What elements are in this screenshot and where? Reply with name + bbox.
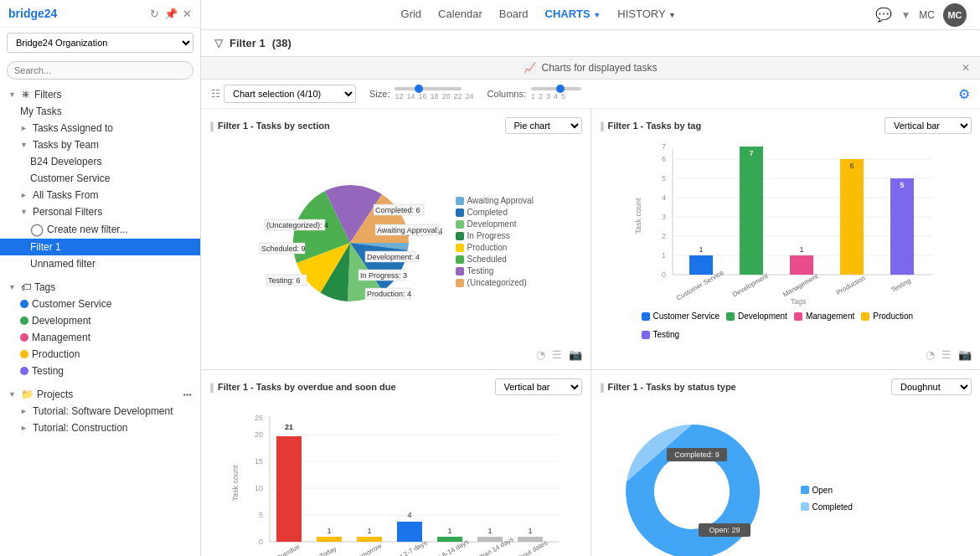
chart3-header: ‖ Filter 1 - Tasks by overdue and soon d…	[209, 378, 582, 395]
tasks-assigned-to-label: Tasks Assigned to	[33, 122, 192, 134]
projects-section: ▼ 📁 Projects ••• ► Tutorial: Software De…	[0, 383, 200, 440]
project-software-label: Tutorial: Software Development	[33, 405, 192, 417]
close-icon[interactable]: ✕	[183, 8, 192, 20]
chat-icon[interactable]: 💬	[875, 7, 892, 23]
chart3-drag-icon: ‖	[209, 382, 214, 393]
customer-service-label: Customer Service	[30, 172, 192, 184]
svg-text:15: 15	[255, 457, 263, 466]
size-slider[interactable]	[395, 87, 462, 90]
personal-filters-item[interactable]: ▼ Personal Filters	[0, 203, 200, 220]
svg-text:1: 1	[448, 527, 452, 535]
tag-production[interactable]: Production	[0, 346, 200, 363]
avatar: MC	[943, 3, 967, 27]
my-tasks-item[interactable]: My Tasks	[0, 103, 200, 120]
caret-down-icon2: ▼	[20, 208, 28, 216]
svg-text:Production: 4: Production: 4	[367, 290, 411, 298]
svg-text:Task count: Task count	[231, 464, 240, 501]
svg-text:Completed: 6: Completed: 6	[375, 206, 420, 214]
unnamed-filter-item[interactable]: Unnamed filter	[0, 255, 200, 272]
col-slider[interactable]	[531, 87, 581, 90]
caret-right-icon: ►	[20, 124, 28, 132]
chart2-icon1[interactable]: ◔	[926, 348, 935, 361]
svg-text:20: 20	[255, 430, 263, 439]
chart-grid-icon: ☷	[211, 88, 220, 100]
chart4-body: Completed: 9 Open: 29 Open Completed	[600, 402, 972, 556]
tag-dot-dev	[20, 317, 28, 325]
chart1-icon1[interactable]: ◔	[536, 348, 545, 361]
sidebar-header-icons: ↻ 📌 ✕	[150, 8, 192, 20]
chart2-drag-icon: ‖	[600, 121, 605, 131]
size-label: Size:	[369, 89, 389, 99]
col-ticks: 12345	[531, 92, 581, 100]
filters-toggle[interactable]: ▼ ⛯ Filters	[0, 86, 200, 103]
svg-rect-44	[840, 159, 864, 275]
svg-text:1: 1	[699, 245, 703, 254]
svg-text:21: 21	[285, 423, 293, 431]
all-tasks-from-label: All Tasks From	[33, 189, 192, 201]
chart2-type-select[interactable]: Vertical bar	[885, 117, 972, 134]
charts-close-button[interactable]: ✕	[962, 62, 970, 74]
chart4-legend: Open Completed	[801, 486, 853, 514]
customer-service-item[interactable]: Customer Service	[0, 170, 200, 187]
pin-icon[interactable]: 📌	[164, 8, 178, 20]
tab-charts[interactable]: CHARTS ▼	[542, 1, 605, 28]
project-construction[interactable]: ► Tutorial: Construction	[0, 420, 200, 436]
size-control: Size: 12141618202224	[369, 87, 474, 100]
settings-icon[interactable]: ⚙	[958, 86, 970, 102]
search-input[interactable]	[7, 61, 193, 80]
top-nav: Grid Calendar Board CHARTS ▼ HISTORY ▼ 💬…	[201, 0, 980, 30]
chart1-type-select[interactable]: Pie chart	[505, 117, 582, 134]
chart2-icon2[interactable]: ☰	[941, 348, 952, 361]
tag-mgmt-label: Management	[32, 332, 192, 343]
chart-selection-select[interactable]: Chart selection (4/10)	[224, 85, 356, 103]
user-initials: MC	[919, 9, 935, 21]
tags-toggle[interactable]: ▼ 🏷 Tags	[0, 279, 200, 296]
svg-text:1: 1	[328, 527, 332, 535]
tag-development[interactable]: Development	[0, 312, 200, 329]
filter1-item[interactable]: Filter 1	[0, 239, 200, 255]
chart-panel-3: ‖ Filter 1 - Tasks by overdue and soon d…	[201, 370, 591, 556]
chart1-icon2[interactable]: ☰	[552, 348, 562, 361]
tasks-by-team-label: Tasks by Team	[33, 139, 192, 151]
svg-point-86	[654, 454, 730, 529]
svg-text:Open: 29: Open: 29	[709, 526, 740, 534]
pie-legend: Awaiting Approval Completed Development …	[456, 196, 534, 290]
refresh-icon[interactable]: ↻	[150, 8, 159, 20]
tab-board[interactable]: Board	[496, 1, 532, 28]
create-new-filter-item[interactable]: ◯ Create new filter...	[0, 220, 200, 239]
bar-chart2-svg: 0 1 2 3 4 5 6 7 Task count 1	[631, 141, 941, 308]
tab-history[interactable]: HISTORY ▼	[614, 1, 679, 28]
pie-wrapper: Completed: 6 Completed: 6 Awaiting Appro…	[258, 167, 534, 318]
tag-testing[interactable]: Testing	[0, 363, 200, 379]
svg-rect-38	[740, 147, 763, 275]
tab-grid[interactable]: Grid	[398, 1, 426, 28]
dropdown-icon[interactable]: ▼	[900, 9, 910, 21]
org-select[interactable]: Bridge24 Organization	[7, 33, 193, 53]
tasks-by-team-item[interactable]: ▼ Tasks by Team	[0, 136, 200, 153]
tab-calendar[interactable]: Calendar	[435, 1, 486, 28]
svg-text:6: 6	[849, 162, 854, 170]
all-tasks-from-item[interactable]: ► All Tasks From	[0, 187, 200, 203]
projects-menu-icon[interactable]: •••	[183, 390, 192, 399]
main-content: Grid Calendar Board CHARTS ▼ HISTORY ▼ 💬…	[201, 0, 980, 556]
svg-text:3: 3	[662, 213, 666, 221]
tag-customer-service[interactable]: Customer Service	[0, 296, 200, 312]
chart2-icon3[interactable]: 📷	[958, 348, 972, 361]
chart3-type-select[interactable]: Vertical bar	[495, 378, 582, 395]
svg-text:Testing: Testing	[890, 277, 911, 294]
b24-developers-item[interactable]: B24 Developers	[0, 153, 200, 170]
svg-text:7: 7	[662, 142, 666, 151]
project-software[interactable]: ► Tutorial: Software Development	[0, 403, 200, 420]
svg-text:(Uncategorized): 4: (Uncategorized): 4	[266, 221, 328, 229]
create-new-filter-label: Create new filter...	[47, 224, 192, 235]
chart3-body: 0 5 10 15 20 25 Task count 21 Overdue	[209, 402, 582, 556]
caret-icon3: ▼	[8, 283, 16, 291]
projects-toggle[interactable]: ▼ 📁 Projects •••	[0, 386, 200, 403]
tag-management[interactable]: Management	[0, 329, 200, 346]
chart2-legend: Customer Service Development Management …	[600, 308, 972, 345]
chart1-icon3[interactable]: 📷	[569, 348, 582, 361]
tasks-assigned-to-item[interactable]: ► Tasks Assigned to	[0, 120, 200, 136]
personal-filters-label: Personal Filters	[33, 206, 192, 218]
tag-dot-prod	[20, 350, 28, 358]
chart4-type-select[interactable]: Doughnut	[891, 378, 972, 395]
